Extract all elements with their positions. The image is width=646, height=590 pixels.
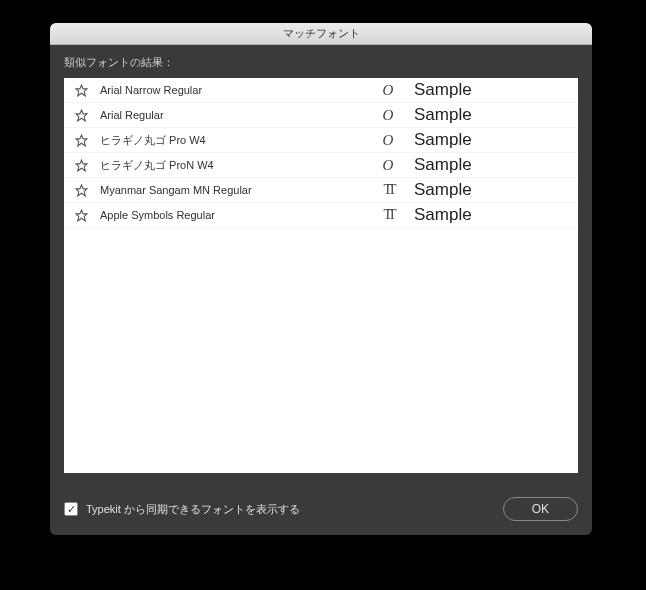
font-type-icon: O	[368, 82, 408, 99]
opentype-icon: O	[383, 132, 394, 149]
check-icon: ✓	[67, 504, 76, 515]
svg-marker-0	[76, 85, 87, 96]
window-title: マッチフォント	[283, 26, 360, 41]
favorite-star[interactable]	[64, 184, 98, 197]
font-sample: Sample	[408, 155, 578, 175]
font-sample: Sample	[408, 180, 578, 200]
favorite-star[interactable]	[64, 209, 98, 222]
opentype-icon: O	[383, 82, 394, 99]
match-font-dialog: マッチフォント 類似フォントの結果： Arial Narrow RegularO…	[50, 23, 592, 535]
truetype-icon: TT	[383, 182, 392, 198]
svg-marker-4	[76, 185, 87, 196]
font-type-icon: TT	[368, 182, 408, 198]
font-name: Myanmar Sangam MN Regular	[98, 184, 368, 196]
content-frame: Arial Narrow RegularOSampleArial Regular…	[64, 78, 578, 473]
favorite-star[interactable]	[64, 84, 98, 97]
font-type-icon: O	[368, 157, 408, 174]
font-list[interactable]: Arial Narrow RegularOSampleArial Regular…	[64, 78, 578, 473]
svg-marker-1	[76, 110, 87, 121]
truetype-icon: TT	[383, 207, 392, 223]
font-name: Arial Regular	[98, 109, 368, 121]
font-row[interactable]: Myanmar Sangam MN RegularTTSample	[64, 178, 578, 203]
svg-marker-5	[76, 210, 87, 221]
font-name: ヒラギノ丸ゴ ProN W4	[98, 158, 368, 173]
opentype-icon: O	[383, 157, 394, 174]
star-icon	[75, 109, 88, 122]
favorite-star[interactable]	[64, 134, 98, 147]
typekit-checkbox-label: Typekit から同期できるフォントを表示する	[86, 502, 495, 517]
typekit-checkbox[interactable]: ✓	[64, 502, 78, 516]
star-icon	[75, 159, 88, 172]
star-icon	[75, 134, 88, 147]
star-icon	[75, 84, 88, 97]
results-label: 類似フォントの結果：	[50, 45, 592, 78]
star-icon	[75, 209, 88, 222]
svg-marker-3	[76, 160, 87, 171]
font-row[interactable]: Apple Symbols RegularTTSample	[64, 203, 578, 228]
font-sample: Sample	[408, 105, 578, 125]
font-name: Apple Symbols Regular	[98, 209, 368, 221]
titlebar: マッチフォント	[50, 23, 592, 45]
favorite-star[interactable]	[64, 159, 98, 172]
font-sample: Sample	[408, 130, 578, 150]
font-type-icon: O	[368, 107, 408, 124]
font-type-icon: O	[368, 132, 408, 149]
footer: ✓ Typekit から同期できるフォントを表示する OK	[50, 487, 592, 535]
font-row[interactable]: ヒラギノ丸ゴ Pro W4OSample	[64, 128, 578, 153]
font-sample: Sample	[408, 205, 578, 225]
font-row[interactable]: Arial RegularOSample	[64, 103, 578, 128]
font-row[interactable]: Arial Narrow RegularOSample	[64, 78, 578, 103]
favorite-star[interactable]	[64, 109, 98, 122]
font-type-icon: TT	[368, 207, 408, 223]
font-name: ヒラギノ丸ゴ Pro W4	[98, 133, 368, 148]
font-row[interactable]: ヒラギノ丸ゴ ProN W4OSample	[64, 153, 578, 178]
svg-marker-2	[76, 135, 87, 146]
opentype-icon: O	[383, 107, 394, 124]
ok-button[interactable]: OK	[503, 497, 578, 521]
font-sample: Sample	[408, 80, 578, 100]
font-name: Arial Narrow Regular	[98, 84, 368, 96]
star-icon	[75, 184, 88, 197]
